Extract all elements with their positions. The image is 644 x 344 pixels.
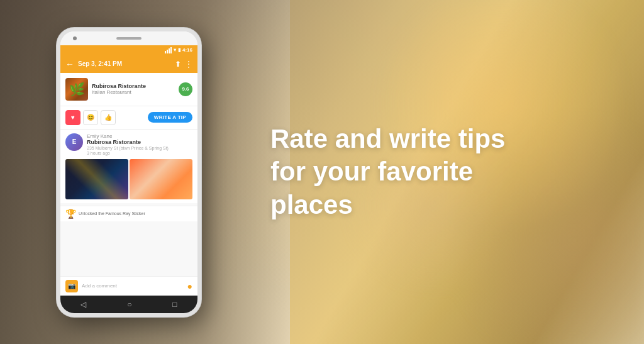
feed-user-section: E Emily Kane Rubirosa Ristorante 235 Mul… xyxy=(60,130,197,159)
signal-bar-4 xyxy=(170,47,172,53)
comment-bar: 📷 Add a comment ● xyxy=(60,276,197,296)
sticker-unlock: 🏆 Unlocked the Famous Ray Sticker xyxy=(60,206,197,221)
nav-recents-button[interactable]: □ xyxy=(172,300,177,309)
action-bar: ♥ 😊 👍 WRITE A TIP xyxy=(60,106,197,130)
more-button[interactable]: ⋮ xyxy=(185,60,192,69)
comment-send-button[interactable]: ● xyxy=(187,281,192,291)
restaurant-info: Rubirosa Ristorante Italian Restaurant xyxy=(92,83,175,95)
signal-bar-1 xyxy=(165,51,166,53)
nav-back-button[interactable]: ◁ xyxy=(80,300,86,309)
photo-2 xyxy=(130,159,192,199)
back-button[interactable]: ← xyxy=(65,59,74,69)
status-bar: ▾ ▮ 4:16 xyxy=(60,45,197,55)
restaurant-name: Rubirosa Ristorante xyxy=(92,83,175,89)
emoji1-button[interactable]: 😊 xyxy=(83,110,98,125)
battery-icon: ▮ xyxy=(178,47,180,53)
header-title: Sep 3, 2:41 PM xyxy=(78,60,171,67)
share-button[interactable]: ⬆ xyxy=(175,60,181,69)
phone-top-hardware xyxy=(60,31,197,45)
signal-bar-2 xyxy=(167,50,168,53)
user-info: Emily Kane Rubirosa Ristorante 235 Mulbe… xyxy=(87,133,192,155)
app-header: ← Sep 3, 2:41 PM ⬆ ⋮ xyxy=(60,55,197,73)
feed-item: E Emily Kane Rubirosa Ristorante 235 Mul… xyxy=(60,130,197,203)
like-button[interactable]: ♥ xyxy=(65,110,80,125)
user-avatar: E xyxy=(65,133,83,151)
hero-line1: Rate and write tips xyxy=(270,124,505,153)
sticker-text: Unlocked the Famous Ray Sticker xyxy=(79,211,145,216)
feed: E Emily Kane Rubirosa Ristorante 235 Mul… xyxy=(60,130,197,276)
restaurant-type: Italian Restaurant xyxy=(92,89,175,95)
phone-wrapper: ▾ ▮ 4:16 ← Sep 3, 2:41 PM ⬆ ⋮ Rubirosa R… xyxy=(0,28,239,317)
bottom-nav: ◁ ○ □ xyxy=(60,296,197,313)
feed-venue-name: Rubirosa Ristorante xyxy=(87,139,192,145)
hero-text-section: Rate and write tips for your favorite pl… xyxy=(239,97,644,247)
hero-text: Rate and write tips for your favorite pl… xyxy=(270,123,505,222)
feed-venue-address: 235 Mulberry St (btwn Prince & Spring St… xyxy=(87,145,192,151)
restaurant-score: 9.6 xyxy=(179,82,192,96)
user-name: Emily Kane xyxy=(87,133,192,139)
phone-camera xyxy=(73,36,77,40)
emoji2-button[interactable]: 👍 xyxy=(101,110,116,125)
main-content: ▾ ▮ 4:16 ← Sep 3, 2:41 PM ⬆ ⋮ Rubirosa R… xyxy=(0,0,644,344)
hero-line3: places xyxy=(270,190,353,219)
photo-grid xyxy=(60,159,197,203)
comment-user-avatar: 📷 xyxy=(65,280,78,292)
nav-home-button[interactable]: ○ xyxy=(127,300,131,309)
restaurant-image xyxy=(65,78,88,101)
signal-bar-3 xyxy=(169,48,170,53)
sticker-icon: 🏆 xyxy=(65,209,76,219)
photo-1 xyxy=(65,159,128,199)
status-bar-content: ▾ ▮ 4:16 xyxy=(165,47,192,53)
restaurant-card: Rubirosa Ristorante Italian Restaurant 9… xyxy=(60,73,197,106)
phone: ▾ ▮ 4:16 ← Sep 3, 2:41 PM ⬆ ⋮ Rubirosa R… xyxy=(57,28,201,317)
comment-input[interactable]: Add a comment xyxy=(82,283,184,289)
wifi-icon: ▾ xyxy=(174,47,176,53)
hero-line2: for your favorite xyxy=(270,157,473,186)
write-tip-button[interactable]: WRITE A TIP xyxy=(148,112,192,123)
feed-time: 3 hours ago xyxy=(87,151,192,155)
status-time: 4:16 xyxy=(182,47,192,53)
signal-icon xyxy=(165,47,172,53)
phone-speaker xyxy=(116,37,142,40)
